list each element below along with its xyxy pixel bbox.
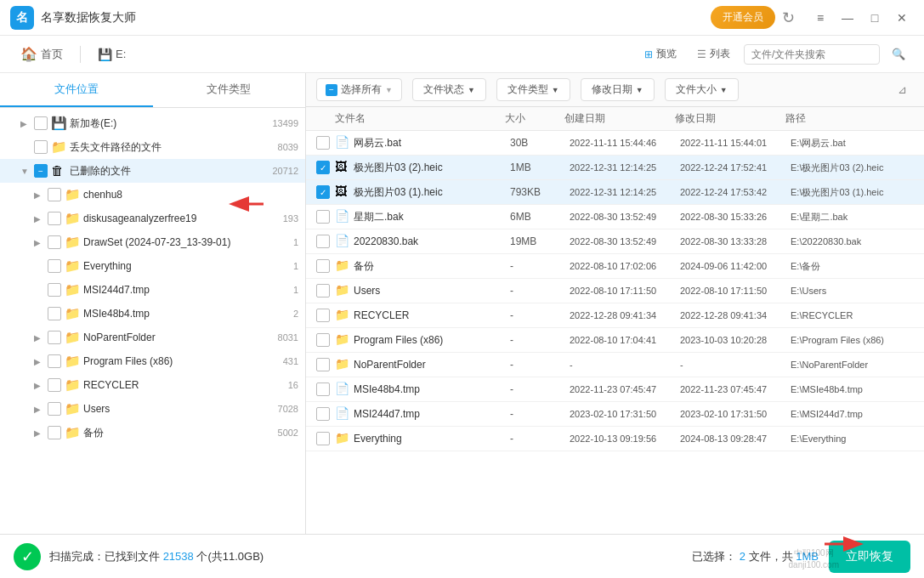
tree-count: 1 [293, 261, 298, 271]
table-row[interactable]: 📁 Program Files (x86) - 2022-08-10 17:04… [306, 328, 924, 353]
tree-item[interactable]: 📁 丢失文件路径的文件 8039 [0, 135, 305, 159]
file-checkbox[interactable] [316, 382, 330, 396]
tree-label: NoParentFolder [83, 332, 275, 343]
tree-folder-icon: 📁 [65, 282, 80, 298]
tree-checkbox[interactable] [48, 331, 61, 344]
file-checkbox[interactable] [316, 136, 330, 150]
file-checkbox[interactable] [316, 333, 330, 347]
tree-checkbox[interactable] [48, 188, 61, 201]
table-row[interactable]: 📄 星期二.bak 6MB 2022-08-30 13:52:49 2022-0… [306, 205, 924, 230]
tree-checkbox[interactable] [34, 140, 48, 154]
tree-item[interactable]: ▶ 📁 Program Files (x86) 431 [0, 349, 305, 373]
tree-label: MSIe48b4.tmp [83, 308, 290, 320]
column-headers: 文件名 大小 创建日期 修改日期 路径 [306, 107, 924, 131]
tab-file-location[interactable]: 文件位置 [0, 73, 153, 107]
tree-checkbox[interactable] [48, 283, 61, 297]
file-checkbox[interactable] [316, 284, 330, 298]
table-row[interactable]: 📁 NoParentFolder - - - E:\NoParentFolder [306, 353, 924, 377]
tree-checkbox[interactable] [48, 354, 61, 368]
window-controls: ≡ — □ ✕ [808, 6, 914, 30]
tree-item[interactable]: 📁 MSI244d7.tmp 1 [0, 278, 305, 302]
file-create-date: 2022-10-13 09:19:56 [570, 434, 680, 444]
tree-checkbox[interactable] [48, 378, 61, 392]
select-all-button[interactable]: − 选择所有 ▼ [316, 78, 402, 101]
tree-item[interactable]: ▶ 📁 Users 7028 [0, 397, 305, 421]
file-checkbox[interactable]: ✓ [316, 185, 330, 199]
file-checkbox[interactable] [316, 259, 330, 273]
recover-button[interactable]: 立即恢复 [829, 541, 910, 573]
modify-date-label: 修改日期 [592, 82, 632, 97]
tree-item[interactable]: ▶ 📁 RECYCLER 16 [0, 373, 305, 397]
file-checkbox[interactable]: ✓ [316, 161, 330, 174]
preview-view-btn[interactable]: ⊞ 预览 [638, 43, 683, 65]
file-size: - [510, 383, 570, 395]
tree-checkbox[interactable] [48, 402, 61, 416]
tree-count: 20712 [272, 166, 298, 176]
filter-icon[interactable]: ⊿ [891, 80, 914, 99]
file-checkbox[interactable] [316, 407, 330, 421]
modify-date-filter[interactable]: 修改日期 ▼ [581, 78, 655, 101]
tab-file-type[interactable]: 文件类型 [153, 73, 306, 107]
tree-item[interactable]: 📁 MSIe48b4.tmp 2 [0, 302, 305, 326]
file-checkbox[interactable] [316, 235, 330, 248]
maximize-button[interactable]: □ [863, 6, 887, 30]
tree-checkbox[interactable]: − [34, 164, 48, 178]
file-size-filter[interactable]: 文件大小 ▼ [665, 78, 739, 101]
file-checkbox[interactable] [316, 432, 330, 445]
tree-item[interactable]: ▼ − 🗑 已删除的文件 20712 [0, 159, 305, 183]
refresh-icon[interactable]: ↻ [782, 8, 795, 27]
tree-checkbox[interactable] [48, 235, 61, 249]
table-row[interactable]: 📄 20220830.bak 19MB 2022-08-30 13:52:49 … [306, 230, 924, 254]
tree-toggle: ▼ [20, 167, 34, 176]
table-row[interactable]: 📄 MSI244d7.tmp - 2023-02-10 17:31:50 202… [306, 402, 924, 427]
tree-count: 1 [293, 237, 298, 247]
file-type-filter[interactable]: 文件类型 ▼ [496, 78, 570, 101]
nav-home[interactable]: 🏠 首页 [14, 42, 70, 65]
file-name: Everything [354, 433, 510, 445]
tree-item[interactable]: ▶ 📁 diskusageanalyzerfree19 193 [0, 207, 305, 230]
tree-count: 8031 [278, 332, 298, 343]
drive-icon: 💾 [98, 48, 112, 61]
left-tree: ▶ 💾 新加卷(E:) 13499 📁 丢失文件路径的文件 8039 ▼ − 🗑… [0, 108, 305, 534]
menu-icon[interactable]: ≡ [808, 6, 832, 30]
tree-item[interactable]: ▶ 📁 备份 5002 [0, 421, 305, 445]
tree-item[interactable]: ▶ 💾 新加卷(E:) 13499 [0, 111, 305, 135]
search-input[interactable] [744, 44, 880, 65]
tree-item[interactable]: ▶ 📁 chenhu8 [0, 183, 305, 207]
minimize-button[interactable]: — [836, 6, 859, 30]
table-row[interactable]: 📁 RECYCLER - 2022-12-28 09:41:34 2022-12… [306, 303, 924, 328]
file-modify-date: 2022-11-23 07:45:47 [680, 384, 791, 394]
tree-item[interactable]: ▶ 📁 DrawSet (2024-07-23_13-39-01) 1 [0, 230, 305, 254]
table-row[interactable]: 📁 Everything - 2022-10-13 09:19:56 2024-… [306, 427, 924, 451]
file-size: - [510, 408, 570, 420]
tree-checkbox[interactable] [48, 259, 61, 273]
table-row[interactable]: 📁 Users - 2022-08-10 17:11:50 2022-08-10… [306, 279, 924, 303]
file-checkbox[interactable] [316, 358, 330, 371]
close-button[interactable]: ✕ [890, 6, 914, 30]
tree-checkbox[interactable] [48, 212, 61, 225]
tree-item[interactable]: 📁 Everything 1 [0, 254, 305, 278]
list-view-btn[interactable]: ☰ 列表 [690, 43, 737, 65]
table-row[interactable]: ✓ 🖼 极光图片03 (2).heic 1MB 2022-12-31 12:14… [306, 156, 924, 180]
file-checkbox[interactable] [316, 309, 330, 322]
chevron-down-icon: ▼ [636, 86, 643, 94]
home-label: 首页 [41, 47, 63, 62]
file-type-icon: 🖼 [335, 184, 350, 200]
file-create-date: 2022-12-31 12:14:25 [570, 162, 680, 173]
member-button[interactable]: 开通会员 [711, 6, 775, 29]
tree-checkbox[interactable] [34, 116, 48, 130]
file-name: 极光图片03 (1).heic [354, 185, 510, 200]
table-row[interactable]: 📄 网易云.bat 30B 2022-11-11 15:44:46 2022-1… [306, 131, 924, 156]
table-row[interactable]: 📄 MSIe48b4.tmp - 2022-11-23 07:45:47 202… [306, 377, 924, 402]
tree-item[interactable]: ▶ 📁 NoParentFolder 8031 [0, 326, 305, 349]
tree-checkbox[interactable] [48, 426, 61, 439]
file-checkbox[interactable] [316, 210, 330, 224]
tree-count: 431 [283, 356, 298, 366]
file-status-filter[interactable]: 文件状态 ▼ [412, 78, 486, 101]
tree-folder-icon: 📁 [65, 354, 80, 369]
table-row[interactable]: ✓ 🖼 极光图片03 (1).heic 793KB 2022-12-31 12:… [306, 180, 924, 205]
search-icon[interactable]: 🔍 [887, 44, 910, 64]
tree-checkbox[interactable] [48, 307, 61, 320]
file-name: 网易云.bat [354, 136, 510, 150]
table-row[interactable]: 📁 备份 - 2022-08-10 17:02:06 2024-09-06 11… [306, 254, 924, 279]
